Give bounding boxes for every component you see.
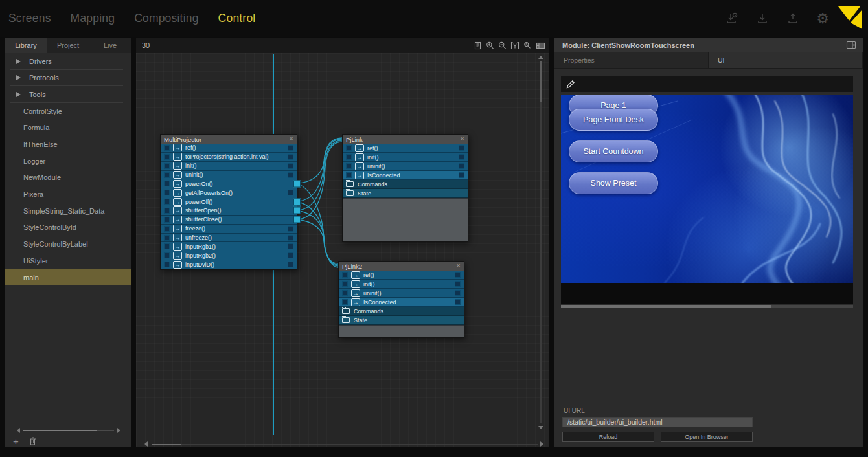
checkbox[interactable] — [164, 226, 170, 232]
output-port[interactable] — [293, 207, 301, 214]
checkbox[interactable] — [342, 281, 348, 287]
canvas-v-scrollbar[interactable] — [540, 61, 542, 423]
node-method-row[interactable]: shutterClose() — [161, 216, 297, 225]
node-folder-row[interactable]: Commands — [343, 180, 468, 189]
pencil-icon[interactable] — [566, 80, 575, 89]
library-item[interactable]: UiStyler — [5, 252, 131, 269]
checkbox[interactable] — [164, 181, 170, 186]
node-method-row[interactable]: uninit() — [339, 289, 464, 298]
node-pjlink[interactable]: PjLink ✕ ref() init() — [342, 134, 468, 242]
scroll-down-icon[interactable] — [538, 426, 543, 429]
scrollbar-thumb[interactable] — [152, 444, 181, 445]
settings-gear-icon[interactable]: ⚙ — [816, 12, 829, 26]
scrollbar-thumb[interactable] — [540, 61, 542, 102]
canvas-h-scrollbar[interactable] — [152, 444, 538, 445]
checkbox[interactable] — [288, 226, 293, 232]
expand-arrow-icon[interactable] — [16, 75, 21, 80]
node-method-row[interactable]: toProjectors(string action,int val) — [161, 153, 297, 162]
output-port[interactable] — [293, 180, 301, 187]
expand-arrow-icon[interactable] — [16, 59, 21, 64]
preview-page-button[interactable]: Start Countdown — [569, 140, 658, 162]
checkbox[interactable] — [164, 208, 170, 214]
checkbox[interactable] — [164, 262, 170, 267]
checkbox[interactable] — [164, 163, 170, 169]
library-item[interactable]: Formula — [5, 119, 131, 136]
output-port[interactable] — [293, 216, 301, 223]
preview-page-button[interactable]: Show Preset — [569, 172, 658, 194]
checkbox[interactable] — [346, 172, 352, 178]
scrollbar-thumb[interactable] — [23, 430, 97, 431]
checkbox[interactable] — [346, 145, 352, 151]
scrollbar-thumb[interactable] — [561, 305, 771, 308]
main-nav-tab[interactable]: Screens — [8, 12, 51, 25]
close-icon[interactable]: ✕ — [460, 137, 464, 142]
node-method-row[interactable]: ref() — [339, 271, 464, 280]
node-method-row[interactable]: IsConnected — [339, 298, 464, 307]
node-inner-scrollbar[interactable] — [286, 146, 286, 262]
node-method-row[interactable]: inputRgb2() — [161, 251, 297, 260]
node-method-row[interactable]: ref() — [161, 144, 297, 153]
checkbox[interactable] — [342, 272, 348, 278]
checkbox[interactable] — [164, 252, 170, 258]
add-icon[interactable]: + — [13, 436, 19, 447]
node-method-row[interactable]: inputRgb1() — [161, 242, 297, 251]
checkbox[interactable] — [288, 252, 293, 258]
import-icon[interactable] — [755, 12, 770, 26]
checkbox[interactable] — [164, 145, 170, 151]
checkbox[interactable] — [164, 243, 170, 249]
library-h-scrollbar[interactable] — [17, 427, 120, 434]
close-icon[interactable]: ✕ — [289, 137, 293, 142]
restore-backup-icon[interactable] — [725, 12, 739, 26]
node-multiprojector[interactable]: MultiProjector ✕ ref() to — [160, 134, 297, 270]
node-folder-row[interactable]: State — [343, 189, 468, 198]
checkbox[interactable] — [459, 145, 464, 151]
node-folder-row[interactable]: Commands — [339, 307, 464, 316]
node-pjlink2[interactable]: PjLink2 ✕ ref() init() — [338, 261, 464, 338]
properties-v-scrollbar[interactable] — [753, 387, 753, 403]
panel-tab[interactable]: Library — [5, 38, 47, 53]
library-item[interactable]: NewModule — [5, 170, 131, 186]
library-item[interactable]: Pixera — [5, 186, 131, 203]
node-method-row[interactable]: IsConnected — [343, 171, 468, 180]
library-group-row[interactable]: Tools — [5, 86, 131, 103]
checkbox[interactable] — [455, 290, 461, 296]
node-method-row[interactable]: uninit() — [343, 162, 468, 171]
node-method-row[interactable]: shutterOpen() — [161, 206, 297, 216]
close-icon[interactable]: ✕ — [456, 263, 461, 269]
node-method-row[interactable]: freeze() — [161, 225, 297, 234]
checkbox[interactable] — [164, 235, 170, 241]
ui-preview[interactable]: Page 1Page Front DeskStart CountdownShow… — [561, 95, 853, 283]
checkbox[interactable] — [288, 262, 293, 267]
open-in-browser-button[interactable]: Open In Browser — [661, 432, 753, 442]
output-port[interactable] — [293, 198, 301, 205]
checkbox[interactable] — [342, 299, 348, 305]
library-item[interactable]: SimpleString_Static_Data — [5, 203, 131, 219]
library-item[interactable]: ControlStyle — [5, 103, 131, 120]
checkbox[interactable] — [288, 172, 293, 178]
checkbox[interactable] — [342, 290, 348, 296]
checkbox[interactable] — [288, 154, 293, 160]
node-header[interactable]: PjLink ✕ — [343, 135, 468, 144]
scroll-up-icon[interactable] — [538, 56, 543, 59]
library-group-row[interactable]: Protocols — [5, 70, 131, 87]
ui-url-input[interactable] — [562, 417, 753, 427]
library-item[interactable]: main — [5, 269, 131, 286]
main-nav-tab[interactable]: Compositing — [134, 12, 198, 25]
inspector-tab[interactable]: UI — [709, 52, 863, 68]
scroll-right-icon[interactable] — [540, 441, 543, 447]
node-method-row[interactable]: unfreeze() — [161, 234, 297, 243]
checkbox[interactable] — [288, 243, 293, 249]
main-nav-tab[interactable]: Mapping — [71, 12, 115, 25]
node-method-row[interactable]: init() — [161, 162, 297, 171]
library-item[interactable]: StyleControlById — [5, 219, 131, 236]
scroll-left-icon[interactable] — [144, 441, 148, 447]
checkbox[interactable] — [164, 199, 170, 205]
checkbox[interactable] — [346, 163, 352, 169]
checkbox[interactable] — [288, 163, 293, 169]
checkbox[interactable] — [459, 172, 464, 178]
node-method-row[interactable]: uninit() — [161, 171, 297, 180]
checkbox[interactable] — [459, 163, 464, 169]
inspector-tab[interactable]: Properties — [554, 52, 709, 68]
node-folder-row[interactable]: State — [339, 316, 464, 325]
checkbox[interactable] — [288, 235, 293, 241]
